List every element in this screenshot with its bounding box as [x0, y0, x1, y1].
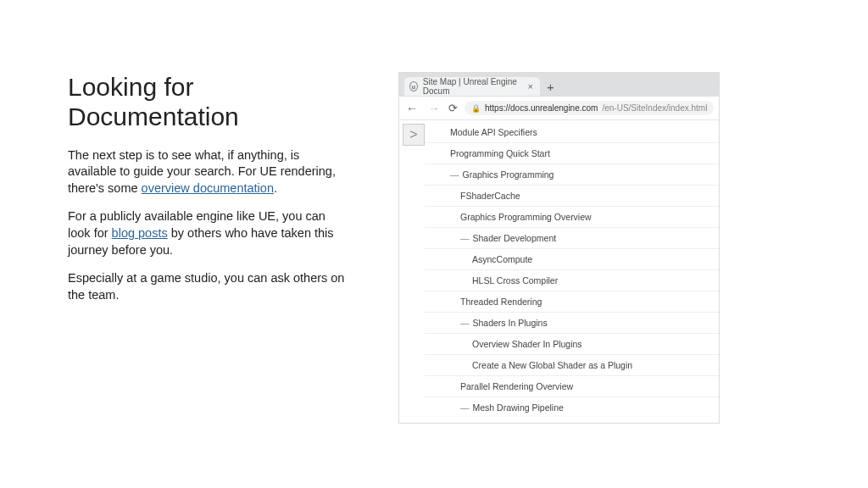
tab-title: Site Map | Unreal Engine Docum	[423, 77, 520, 96]
blog-posts-link[interactable]: blog posts	[112, 226, 168, 240]
tree-item-label: Graphics Programming Overview	[460, 212, 592, 222]
tree-item[interactable]: Programming Quick Start	[425, 143, 719, 164]
browser-window: u Site Map | Unreal Engine Docum × + ← →…	[398, 72, 720, 424]
tree-item-label: FShaderCache	[460, 191, 520, 201]
tree-item[interactable]: —Graphics Programming	[425, 164, 719, 186]
address-bar: ← → ⟳ 🔒 https://docs.unrealengine.com/en…	[399, 97, 719, 120]
tree-item[interactable]: Create a New Global Shader as a Plugin	[425, 355, 719, 376]
url-input[interactable]: 🔒 https://docs.unrealengine.com/en-US/Si…	[465, 101, 714, 115]
favicon-icon: u	[409, 81, 418, 92]
tab-bar: u Site Map | Unreal Engine Docum × +	[399, 73, 719, 97]
tree-item[interactable]: FShaderCache	[425, 186, 719, 207]
tree-item[interactable]: —Mesh Drawing Pipeline	[425, 397, 719, 418]
tree-item-label: Mesh Drawing Pipeline	[473, 402, 564, 413]
site-tree: Module API SpecifiersProgramming Quick S…	[425, 120, 719, 423]
overview-documentation-link[interactable]: overview documentation	[142, 181, 274, 195]
tree-item-label: Parallel Rendering Overview	[460, 381, 573, 391]
tree-item[interactable]: AsyncCompute	[425, 249, 719, 270]
url-domain: https://docs.unrealengine.com	[485, 103, 598, 113]
tree-item[interactable]: Module API Specifiers	[425, 122, 719, 143]
tree-item[interactable]: —Shader Development	[425, 228, 719, 249]
expand-sidebar-button[interactable]: >	[403, 124, 425, 146]
tree-item-label: HLSL Cross Compiler	[472, 275, 558, 286]
tree-item-label: Module API Specifiers	[450, 127, 537, 137]
tree-item[interactable]: —Shaders In Plugins	[425, 313, 719, 334]
paragraph-1: The next step is to see what, if anythin…	[68, 147, 348, 197]
slide-title: Looking for Documentation	[68, 72, 348, 132]
browser-tab[interactable]: u Site Map | Unreal Engine Docum ×	[404, 77, 540, 96]
tree-item-label: Shaders In Plugins	[473, 318, 548, 328]
paragraph-2: For a publicly available engine like UE,…	[68, 208, 348, 258]
url-path: /en-US/SiteIndex/index.html	[602, 103, 707, 113]
tree-item-label: Threaded Rendering	[460, 297, 542, 307]
lock-icon: 🔒	[471, 104, 481, 113]
reload-button[interactable]: ⟳	[448, 102, 458, 114]
collapse-icon[interactable]: —	[450, 169, 459, 180]
tree-item[interactable]: HLSL Cross Compiler	[425, 270, 719, 291]
tree-item-label: Create a New Global Shader as a Plugin	[472, 360, 632, 370]
back-button[interactable]: ←	[404, 102, 420, 115]
tree-item-label: Overview Shader In Plugins	[472, 339, 582, 349]
tree-item[interactable]: Parallel Rendering Overview	[425, 376, 719, 397]
collapse-icon[interactable]: —	[460, 318, 470, 328]
paragraph-3: Especially at a game studio, you can ask…	[68, 270, 348, 303]
tree-item-label: AsyncCompute	[472, 254, 532, 264]
tree-item[interactable]: Threaded Rendering	[425, 291, 719, 313]
close-tab-icon[interactable]: ×	[528, 81, 533, 92]
collapse-icon[interactable]: —	[460, 402, 470, 413]
p1-text-b: .	[274, 181, 277, 195]
tree-item[interactable]: Overview Shader In Plugins	[425, 334, 719, 355]
new-tab-button[interactable]: +	[540, 80, 561, 94]
forward-button[interactable]: →	[426, 102, 442, 115]
tree-item[interactable]: Graphics Programming Overview	[425, 207, 719, 228]
tree-item-label: Shader Development	[473, 233, 557, 243]
collapse-icon[interactable]: —	[460, 233, 470, 243]
tree-item-label: Graphics Programming	[463, 169, 554, 180]
tree-item-label: Programming Quick Start	[450, 148, 550, 158]
